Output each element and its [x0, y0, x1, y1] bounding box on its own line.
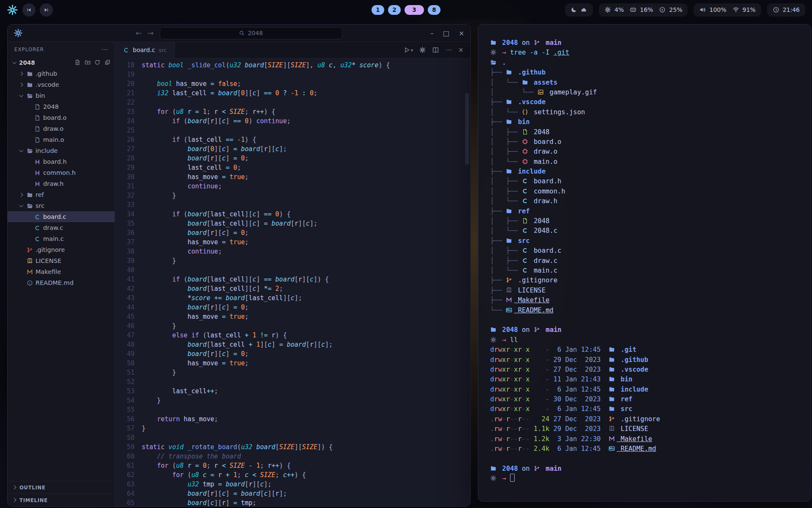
clock-widget[interactable]: 21:46 — [767, 3, 805, 17]
new-file-button[interactable] — [74, 59, 81, 66]
tree-item-include[interactable]: include — [8, 145, 115, 156]
tree-item-board.o[interactable]: board.o — [8, 112, 115, 123]
terminal-body[interactable]: 2048 on main → tree -a -I .git .├── .git… — [478, 25, 811, 492]
explorer-title: EXPLORER — [14, 47, 44, 52]
line-number: 28 — [115, 154, 142, 163]
folder-icon — [609, 366, 617, 373]
folder-icon — [490, 326, 498, 333]
tree-item-board.h[interactable]: board.h — [8, 156, 115, 167]
tree-item-bin[interactable]: bin — [8, 90, 115, 101]
tree-item-LICENSE[interactable]: LICENSE — [8, 255, 115, 266]
run-file-button[interactable]: ▾ — [403, 47, 413, 53]
folder-icon — [26, 70, 33, 77]
book-icon — [506, 287, 514, 293]
tree-item-draw.c[interactable]: draw.c — [8, 222, 115, 233]
nav-forward-icon[interactable]: → — [148, 29, 154, 37]
code-line: 64 board[r][c] = board[c][r]; — [115, 489, 470, 498]
folder-icon — [506, 118, 514, 125]
folder-icon — [609, 405, 617, 412]
explorer-more-button[interactable]: ⋯ — [102, 46, 108, 53]
terminal-line: 2048 on main — [490, 464, 799, 474]
audio-network-widget[interactable]: 100% 91% — [694, 3, 761, 17]
tree-item-main.c[interactable]: main.c — [8, 233, 115, 244]
vscode-titlebar[interactable]: ← → 2048 – □ × — [8, 25, 470, 42]
weather-widget[interactable] — [565, 3, 593, 17]
terminal-line: │ └── main.o — [490, 157, 799, 167]
tree-item-label: main.o — [43, 136, 64, 143]
code-line: 56 return has_move; — [115, 414, 470, 424]
search-value: 2048 — [248, 30, 263, 36]
tree-item-board.c[interactable]: board.c — [8, 211, 115, 222]
tab-board-c[interactable]: board.c src — [115, 42, 175, 58]
tree-item-label: common.h — [43, 169, 76, 176]
tree-item-main.o[interactable]: main.o — [8, 134, 115, 145]
line-number: 63 — [115, 480, 142, 489]
tree-item-src[interactable]: src — [8, 200, 115, 211]
workspace-1[interactable]: 1 — [372, 5, 384, 15]
terminal-line: drwxr-xr-x - 6 Jan 12:45 .git — [490, 345, 799, 355]
tree-item-.vscode[interactable]: .vscode — [8, 79, 115, 90]
volume-level: 100% — [709, 6, 726, 13]
code-line: 27 board[0][c] = board[r][c]; — [115, 144, 470, 154]
code-area[interactable]: 18static bool _slide_col(u32 board[SIZE]… — [115, 58, 470, 506]
terminal-line — [490, 315, 799, 325]
minimize-button[interactable]: – — [430, 29, 433, 37]
collapse-folders-button[interactable] — [104, 59, 111, 66]
chevron-spacer — [26, 126, 32, 132]
file-icon — [522, 217, 530, 224]
gear-icon — [490, 49, 498, 55]
system-logo-icon[interactable] — [7, 4, 18, 16]
code-line: 19 — [115, 70, 470, 79]
code-line: 58 — [115, 433, 470, 442]
git-icon — [26, 246, 33, 253]
terminal-line: │ └── settings.json — [490, 108, 799, 117]
more-actions-button[interactable]: ⋯ — [445, 46, 452, 54]
timeline-section[interactable]: TIMELINE — [8, 494, 115, 506]
tree-item-.github[interactable]: .github — [8, 68, 115, 79]
line-number: 45 — [115, 312, 142, 321]
tree-item-draw.h[interactable]: draw.h — [8, 178, 115, 189]
media-prev-button[interactable] — [22, 3, 36, 17]
line-number: 52 — [115, 377, 142, 387]
editor-settings-button[interactable] — [419, 47, 426, 53]
workspace-2[interactable]: 2 — [388, 5, 401, 15]
split-editor-button[interactable] — [432, 47, 439, 53]
editor-scrollbar[interactable] — [465, 93, 469, 165]
tree-item-Makefile[interactable]: Makefile — [8, 266, 115, 277]
project-root-row[interactable]: 2048 — [8, 57, 115, 68]
workspace-3[interactable]: 3 — [405, 5, 424, 15]
tree-item-draw.o[interactable]: draw.o — [8, 123, 115, 134]
tree-item-.gitignore[interactable]: .gitignore — [8, 244, 115, 255]
system-stats-widget[interactable]: 4% 16% 25% — [599, 3, 688, 17]
disk-usage: 25% — [669, 6, 682, 13]
nav-back-icon[interactable]: ← — [136, 29, 142, 37]
outline-section[interactable]: OUTLINE — [8, 481, 115, 494]
chevron-spacer — [26, 225, 32, 231]
tree-item-label: src — [36, 202, 44, 209]
tree-item-2048[interactable]: 2048 — [8, 101, 115, 112]
close-editor-button[interactable]: × — [458, 46, 464, 54]
maximize-button[interactable]: □ — [443, 29, 449, 37]
tree-item-ref[interactable]: ref — [8, 189, 115, 200]
folder-icon — [26, 81, 33, 88]
tree-item-README.md[interactable]: README.md — [8, 277, 115, 288]
tab-bar: board.c src ▾ ⋯ × — [115, 42, 470, 58]
line-number: 43 — [115, 293, 142, 303]
line-number: 33 — [115, 200, 142, 210]
header-icon — [34, 158, 41, 165]
close-button[interactable]: × — [459, 29, 464, 37]
refresh-explorer-button[interactable] — [94, 59, 101, 66]
terminal-line: ├── .gitignore — [490, 276, 799, 285]
command-center-search[interactable]: 2048 — [159, 27, 342, 39]
tree-item-common.h[interactable]: common.h — [8, 167, 115, 178]
line-number: 27 — [115, 144, 142, 154]
workspace-8[interactable]: 8 — [428, 5, 441, 15]
run-dropdown-caret[interactable]: ▾ — [411, 48, 413, 52]
clang-icon — [522, 267, 530, 273]
code-line: 50 has_move = true; — [115, 359, 470, 368]
media-next-button[interactable] — [40, 3, 53, 17]
line-number: 54 — [115, 396, 142, 405]
new-folder-button[interactable] — [85, 59, 91, 66]
terminal-window[interactable]: 2048 on main → tree -a -I .git .├── .git… — [478, 24, 811, 502]
code-line: 59static void _rotate_board(u32 board[SI… — [115, 442, 470, 452]
